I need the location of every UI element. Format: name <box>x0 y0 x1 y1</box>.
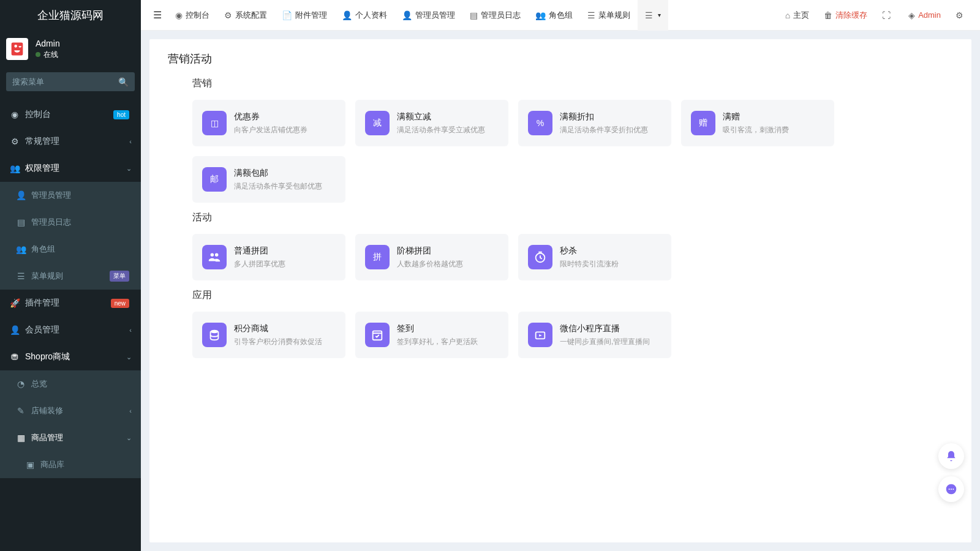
search-icon[interactable]: 🔍 <box>118 77 129 87</box>
topright-expand[interactable]: ⛶ <box>875 0 901 31</box>
notification-button[interactable] <box>938 443 964 469</box>
card-desc: 向客户发送店铺优惠券 <box>234 125 336 135</box>
topnav-附件管理[interactable]: 📄附件管理 <box>274 0 334 31</box>
status-dot-icon <box>36 52 40 57</box>
sidebar-item-角色组[interactable]: 👥角色组 <box>0 236 141 263</box>
sidebar-item-管理员日志[interactable]: ▤管理员日志 <box>0 209 141 236</box>
topnav-菜单规则[interactable]: ☰菜单规则 <box>580 0 638 31</box>
card-阶梯拼团[interactable]: 拼阶梯拼团人数越多价格越优惠 <box>355 234 508 280</box>
group-icon: 👥 <box>15 244 26 254</box>
card-优惠券[interactable]: ◫优惠券向客户发送店铺优惠券 <box>192 100 345 146</box>
card-满额立减[interactable]: 减满额立减满足活动条件享受立减优惠 <box>355 100 508 146</box>
svg-point-1 <box>211 330 219 334</box>
sidebar-item-总览[interactable]: ◔总览 <box>0 370 141 397</box>
sidebar-item-会员管理[interactable]: 👤会员管理‹ <box>0 317 141 343</box>
chevron-down-icon: ⌄ <box>126 353 132 361</box>
chevron-down-icon: ⌄ <box>126 434 132 442</box>
card-title: 满额立减 <box>397 111 499 122</box>
menu-label: 管理员日志 <box>31 217 132 228</box>
content: 营销活动 营销◫优惠券向客户发送店铺优惠券减满额立减满足活动条件享受立减优惠%满… <box>141 31 980 551</box>
sidebar-item-Shopro商城[interactable]: ⛃Shopro商城⌄ <box>0 343 141 370</box>
card-微信小程序直播[interactable]: 微信小程序直播一键同步直播间,管理直播间 <box>518 312 671 358</box>
bars-icon: ☰ <box>15 271 26 281</box>
card-积分商城[interactable]: 积分商城引导客户积分消费有效促活 <box>192 312 345 358</box>
nav-label: 个人资料 <box>355 10 387 21</box>
card-desc: 签到享好礼，客户更活跃 <box>397 337 499 347</box>
card-title: 优惠券 <box>234 111 336 122</box>
card-desc: 吸引客流，刺激消费 <box>723 125 824 135</box>
card-满额折扣[interactable]: %满额折扣满足活动条件享受折扣优惠 <box>518 100 671 146</box>
topnav-管理员管理[interactable]: 👤管理员管理 <box>394 0 462 31</box>
sidebar-item-插件管理[interactable]: 🚀插件管理new <box>0 290 141 317</box>
home-icon: ⌂ <box>785 10 790 20</box>
menu-label: 管理员管理 <box>31 190 132 201</box>
topnav-系统配置[interactable]: ⚙系统配置 <box>217 0 274 31</box>
user-icon: 👤 <box>342 10 352 20</box>
card-title: 秒杀 <box>560 246 662 257</box>
top-nav: ◉控制台⚙系统配置📄附件管理👤个人资料👤管理员管理▤管理员日志👥角色组☰菜单规则… <box>168 0 778 31</box>
float-buttons <box>938 443 964 502</box>
card-icon <box>528 245 552 269</box>
dashboard-icon: ◉ <box>175 10 183 20</box>
card-满额包邮[interactable]: 邮满额包邮满足活动条件享受包邮优惠 <box>192 156 345 203</box>
sidebar-toggle[interactable]: ☰ <box>147 9 168 21</box>
brand-logo[interactable]: 企业猫源码网 <box>0 0 141 31</box>
nav-label: Admin <box>918 10 941 20</box>
chevron-left-icon: ‹ <box>129 326 132 334</box>
topright-settings[interactable]: ⚙ <box>948 0 974 31</box>
topbar: ☰ ◉控制台⚙系统配置📄附件管理👤个人资料👤管理员管理▤管理员日志👥角色组☰菜单… <box>141 0 980 31</box>
sidebar: 企业猫源码网 Admin 在线 🔍 ◉控制台hot⚙常规管理‹👥权限管理⌄👤管理… <box>0 0 141 551</box>
card-icon: % <box>528 111 552 135</box>
sidebar-item-权限管理[interactable]: 👥权限管理⌄ <box>0 155 141 182</box>
sidebar-item-常规管理[interactable]: ⚙常规管理‹ <box>0 128 141 155</box>
card-icon <box>528 323 552 347</box>
topnav-管理员日志[interactable]: ▤管理员日志 <box>462 0 528 31</box>
topnav-个人资料[interactable]: 👤个人资料 <box>334 0 394 31</box>
nav-label: 附件管理 <box>295 10 327 21</box>
magic-icon: ✎ <box>15 406 26 416</box>
dashboard-icon: ◉ <box>9 110 20 119</box>
user-panel[interactable]: Admin 在线 <box>0 31 141 67</box>
menu-label: Shopro商城 <box>25 351 126 362</box>
card-grid: 普通拼团多人拼团享优惠拼阶梯拼团人数越多价格越优惠秒杀限时特卖引流涨粉 <box>168 234 953 280</box>
card-title: 微信小程序直播 <box>560 323 662 334</box>
sidebar-item-商品管理[interactable]: ▦商品管理⌄ <box>0 424 141 451</box>
sidebar-item-控制台[interactable]: ◉控制台hot <box>0 101 141 128</box>
menu-label: 总览 <box>31 378 132 389</box>
sidebar-item-商品库[interactable]: ▣商品库 <box>0 451 141 478</box>
cogs-icon: ⚙ <box>9 137 20 146</box>
card-icon <box>202 245 227 269</box>
sidebar-item-菜单规则[interactable]: ☰菜单规则菜单 <box>0 263 141 290</box>
card-普通拼团[interactable]: 普通拼团多人拼团享优惠 <box>192 234 345 280</box>
card-grid: ◫优惠券向客户发送店铺优惠券减满额立减满足活动条件享受立减优惠%满额折扣满足活动… <box>168 100 953 203</box>
sidebar-item-管理员管理[interactable]: 👤管理员管理 <box>0 182 141 209</box>
card-desc: 人数越多价格越优惠 <box>397 259 499 269</box>
card-title: 积分商城 <box>234 323 336 334</box>
cog-icon: ⚙ <box>224 10 232 20</box>
card-desc: 满足活动条件享受立减优惠 <box>397 125 499 135</box>
topnav-bars[interactable]: ☰▾ <box>638 0 668 31</box>
card-icon: 赠 <box>691 111 715 135</box>
card-签到[interactable]: 签到签到享好礼，客户更活跃 <box>355 312 508 358</box>
box-icon: ▣ <box>24 460 36 470</box>
card-desc: 一键同步直播间,管理直播间 <box>560 337 662 347</box>
topnav-角色组[interactable]: 👥角色组 <box>528 0 580 31</box>
topright-主页[interactable]: ⌂主页 <box>778 0 816 31</box>
card-满赠[interactable]: 赠满赠吸引客流，刺激消费 <box>681 100 834 146</box>
list-alt-icon: ▤ <box>15 217 26 227</box>
dropbox-icon: ⛃ <box>9 352 20 362</box>
topright-Admin[interactable]: ◈Admin <box>901 0 948 31</box>
chat-button[interactable] <box>938 476 964 502</box>
sidebar-item-店铺装修[interactable]: ✎店铺装修‹ <box>0 397 141 424</box>
card-icon <box>365 323 390 347</box>
card-desc: 限时特卖引流涨粉 <box>560 259 662 269</box>
card-秒杀[interactable]: 秒杀限时特卖引流涨粉 <box>518 234 671 280</box>
rocket-icon: 🚀 <box>9 298 20 308</box>
section-title: 营销 <box>192 77 953 90</box>
card-grid: 积分商城引导客户积分消费有效促活签到签到享好礼，客户更活跃微信小程序直播一键同步… <box>168 312 953 358</box>
menu-label: 权限管理 <box>25 163 126 174</box>
file-icon: 📄 <box>282 10 292 20</box>
search-input[interactable] <box>6 72 135 91</box>
topright-清除缓存[interactable]: 🗑清除缓存 <box>816 0 875 31</box>
topnav-控制台[interactable]: ◉控制台 <box>168 0 217 31</box>
